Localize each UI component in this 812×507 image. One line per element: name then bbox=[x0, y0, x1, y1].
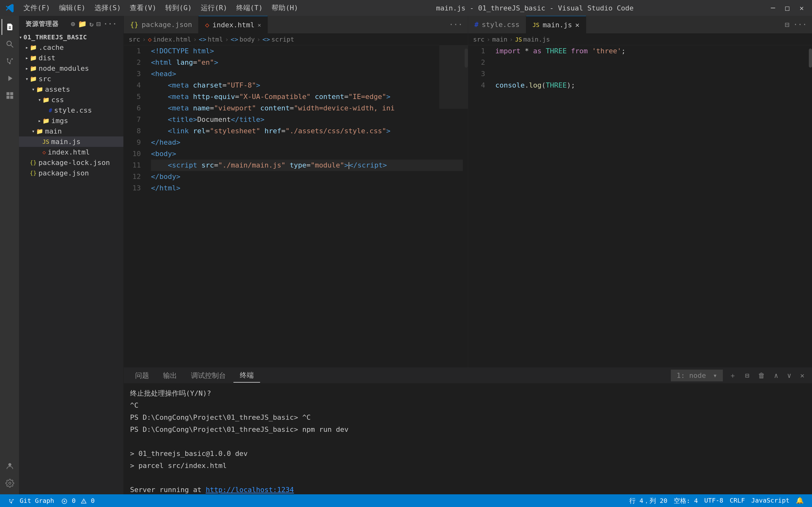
tab-index-html[interactable]: ◇ index.html ✕ bbox=[198, 16, 268, 33]
account-activity-icon[interactable] bbox=[2, 458, 17, 474]
terminal-content[interactable]: 终止批处理操作吗(Y/N)? ^C PS D:\CongCong\Project… bbox=[124, 384, 812, 494]
menu-terminal[interactable]: 终端(T) bbox=[233, 2, 267, 14]
split-editor-icon[interactable]: ⊟ bbox=[785, 20, 789, 29]
terminal-split-icon[interactable]: ⊟ bbox=[743, 370, 752, 381]
tree-item-cache[interactable]: ▸ 📁 .cache bbox=[19, 42, 123, 53]
tree-item-index-html[interactable]: ▸ ◇ index.html bbox=[19, 147, 123, 157]
menu-edit[interactable]: 编辑(E) bbox=[55, 2, 89, 14]
terminal-node-label: 1: node bbox=[674, 370, 708, 381]
tree-item-imgs[interactable]: ▸ 📁 imgs bbox=[19, 115, 123, 126]
tree-item-src[interactable]: ▾ 📁 src bbox=[19, 74, 123, 84]
terminal-tab-debug[interactable]: 调试控制台 bbox=[185, 369, 232, 382]
sidebar-title: 资源管理器 bbox=[25, 20, 59, 28]
node-modules-label: node_modules bbox=[39, 64, 89, 72]
imgs-label: imgs bbox=[51, 117, 68, 125]
status-cursor-position[interactable]: 行 4，列 20 bbox=[626, 497, 671, 505]
right-breadcrumb-main[interactable]: main bbox=[492, 36, 507, 43]
tab-style-css[interactable]: # style.css bbox=[468, 16, 526, 33]
tab-main-js[interactable]: JS main.js ✕ bbox=[526, 16, 586, 33]
terminal-down-icon[interactable]: ∨ bbox=[785, 370, 794, 381]
package-json-tab-label: package.json bbox=[142, 21, 192, 29]
breadcrumb-src[interactable]: src bbox=[129, 36, 140, 43]
right-code-area[interactable]: 1234 import * as THREE from 'three'; con… bbox=[468, 45, 812, 368]
sidebar-more-icon[interactable]: ··· bbox=[104, 20, 117, 28]
terminal-trash-icon[interactable]: 🗑 bbox=[756, 370, 767, 381]
right-sep2: › bbox=[509, 36, 513, 43]
left-code-area[interactable]: 1234 5678 910111213 <!DOCTYPE html> <htm… bbox=[124, 45, 468, 368]
right-code-content[interactable]: import * as THREE from 'three'; console.… bbox=[490, 45, 812, 368]
terminal-close-icon[interactable]: ✕ bbox=[798, 370, 807, 381]
right-code-line-2 bbox=[495, 57, 807, 68]
css-folder-icon: 📁 bbox=[43, 97, 50, 103]
tree-item-package-json[interactable]: ▸ {} package.json bbox=[19, 168, 123, 178]
terminal-tab-output[interactable]: 输出 bbox=[157, 369, 183, 382]
index-html-tab-close[interactable]: ✕ bbox=[258, 21, 261, 28]
tree-item-root[interactable]: ▾ 01_THREEJS_BASIC bbox=[19, 32, 123, 42]
settings-activity-icon[interactable] bbox=[2, 475, 17, 491]
run-debug-activity-icon[interactable] bbox=[2, 70, 17, 86]
minimize-button[interactable]: ─ bbox=[767, 3, 778, 13]
status-git-graph[interactable]: Git Graph bbox=[5, 497, 57, 504]
new-folder-icon[interactable]: 📁 bbox=[78, 20, 87, 28]
right-breadcrumb-src[interactable]: src bbox=[473, 36, 485, 43]
left-editor-more-icon[interactable]: ··· bbox=[444, 16, 467, 33]
tree-item-node-modules[interactable]: ▸ 📁 node_modules bbox=[19, 63, 123, 74]
status-indent[interactable]: 空格: 4 bbox=[671, 497, 701, 505]
collapse-all-icon[interactable]: ⊟ bbox=[97, 20, 101, 28]
status-line-ending[interactable]: CRLF bbox=[726, 497, 748, 505]
svg-line-1 bbox=[11, 45, 13, 48]
editor-split: {} package.json ◇ index.html ✕ ··· src ›… bbox=[124, 16, 812, 368]
main-js-tab-close[interactable]: ✕ bbox=[575, 21, 579, 29]
terminal-up-icon[interactable]: ∧ bbox=[771, 370, 780, 381]
tree-item-css-folder[interactable]: ▾ 📁 css bbox=[19, 95, 123, 105]
menu-view[interactable]: 查看(V) bbox=[126, 2, 160, 14]
git-graph-label: Git Graph bbox=[20, 497, 54, 504]
right-code-line-4: console.log(THREE); bbox=[495, 79, 807, 91]
terminal-tab-problems[interactable]: 问题 bbox=[129, 369, 155, 382]
terminal-line-1: 终止批处理操作吗(Y/N)? bbox=[130, 387, 806, 399]
status-errors[interactable]: 0 0 bbox=[58, 497, 98, 504]
extensions-activity-icon[interactable] bbox=[2, 88, 17, 103]
status-notifications[interactable]: 🔔 bbox=[793, 497, 807, 505]
status-encoding[interactable]: UTF-8 bbox=[701, 497, 726, 505]
server-url-link[interactable]: http://localhost:1234 bbox=[205, 486, 294, 494]
status-language[interactable]: JavaScript bbox=[748, 497, 793, 505]
menu-file[interactable]: 文件(F) bbox=[20, 2, 54, 14]
code-line-10: <body> bbox=[151, 148, 463, 160]
tree-item-package-lock[interactable]: ▸ {} package-lock.json bbox=[19, 157, 123, 168]
terminal-dropdown[interactable]: 1: node ▾ bbox=[671, 370, 723, 381]
tree-item-dist[interactable]: ▸ 📁 dist bbox=[19, 53, 123, 63]
main-folder-icon: 📁 bbox=[36, 128, 43, 134]
explorer-activity-icon[interactable] bbox=[2, 19, 17, 35]
breadcrumb-script[interactable]: <> script bbox=[262, 36, 294, 43]
right-breadcrumb-mainjs[interactable]: JS main.js bbox=[515, 36, 550, 43]
terminal-panel: 问题 输出 调试控制台 终端 1: node ▾ ＋ ⊟ 🗑 ∧ ∨ ✕ bbox=[124, 368, 812, 494]
breadcrumb-html[interactable]: <> html bbox=[199, 36, 223, 43]
menu-select[interactable]: 选择(S) bbox=[91, 2, 125, 14]
menu-help[interactable]: 帮助(H) bbox=[268, 2, 302, 14]
tree-item-main-js[interactable]: ▸ JS main.js bbox=[19, 136, 123, 147]
search-activity-icon[interactable] bbox=[2, 36, 17, 52]
menu-goto[interactable]: 转到(G) bbox=[162, 2, 196, 14]
left-code-content[interactable]: <!DOCTYPE html> <html lang="en"> <head> … bbox=[146, 45, 468, 368]
new-file-icon[interactable]: ⊕ bbox=[71, 20, 75, 28]
tree-item-style-css[interactable]: ▸ # style.css bbox=[19, 105, 123, 115]
titlebar: 文件(F) 编辑(E) 选择(S) 查看(V) 转到(G) 运行(R) 终端(T… bbox=[0, 0, 812, 16]
right-scrollbar[interactable] bbox=[809, 45, 812, 368]
maximize-button[interactable]: □ bbox=[782, 3, 793, 13]
breadcrumb-body[interactable]: <> body bbox=[231, 36, 255, 43]
dist-label: dist bbox=[39, 54, 56, 62]
tab-package-json[interactable]: {} package.json bbox=[124, 16, 198, 33]
tree-item-assets[interactable]: ▾ 📁 assets bbox=[19, 84, 123, 95]
terminal-add-icon[interactable]: ＋ bbox=[727, 370, 739, 382]
src-arrow-icon: ▾ bbox=[25, 76, 28, 82]
assets-folder-icon: 📁 bbox=[36, 86, 43, 93]
refresh-icon[interactable]: ↻ bbox=[89, 20, 94, 28]
right-editor-more-icon[interactable]: ··· bbox=[793, 20, 807, 29]
breadcrumb-index-html[interactable]: ◇ index.html bbox=[148, 36, 191, 43]
terminal-tab-terminal[interactable]: 终端 bbox=[234, 369, 260, 383]
menu-run[interactable]: 运行(R) bbox=[197, 2, 231, 14]
tree-item-main-folder[interactable]: ▾ 📁 main bbox=[19, 126, 123, 136]
close-button[interactable]: ✕ bbox=[797, 3, 807, 13]
source-control-activity-icon[interactable] bbox=[2, 53, 17, 69]
